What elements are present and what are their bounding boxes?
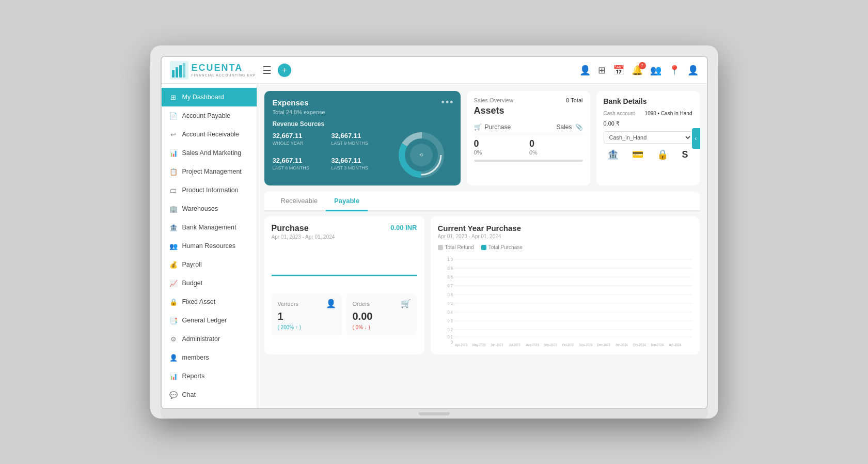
- user-avatar[interactable]: 👤: [687, 65, 699, 76]
- expense-stat-3: 32,667.11 LAST 3 MONTHS: [332, 157, 387, 178]
- cy-date: Apr 01, 2023 - Apr 01, 2024: [438, 234, 692, 239]
- dashboard-icon: ⊞: [169, 92, 178, 102]
- sidebar-label-human-resources: Human Resources: [182, 242, 236, 250]
- bank-icon-building[interactable]: 🏦: [607, 149, 619, 160]
- svg-text:Sep-2023: Sep-2023: [544, 343, 557, 347]
- sidebar-item-sales-marketing[interactable]: 📊 Sales And Marketing: [162, 144, 257, 162]
- bank-icon-s[interactable]: S: [682, 149, 688, 160]
- bank-details-card: Bank Details Cash account 1090 • Cash in…: [596, 91, 700, 185]
- assets-card: Sales Overview 0 Total Assets 🛒 Purchase…: [467, 91, 590, 185]
- sidebar-item-administrator[interactable]: ⚙ Administrator: [162, 330, 257, 348]
- vendors-icon: 👤: [326, 299, 336, 308]
- sidebar-label-account-payable: Account Payable: [182, 112, 231, 119]
- grid-icon[interactable]: ⊞: [598, 65, 606, 76]
- svg-text:0.2: 0.2: [447, 327, 453, 332]
- expenses-title: Expenses: [273, 98, 452, 107]
- sidebar-item-payroll[interactable]: 💰 Payroll: [162, 255, 257, 274]
- employee-icon[interactable]: 👤: [579, 65, 591, 76]
- card-menu-icon[interactable]: •••: [441, 97, 454, 108]
- people-icon[interactable]: 👥: [650, 65, 661, 76]
- sales-value: 0: [529, 138, 583, 149]
- svg-text:Mar-2024: Mar-2024: [651, 343, 664, 347]
- svg-text:0.6: 0.6: [447, 292, 453, 297]
- logo: ECUENTA FINANCIAL ACCOUNTING ERP: [170, 61, 256, 80]
- purchase-date: Apr 01, 2023 - Apr 01, 2024: [272, 234, 417, 240]
- expand-button[interactable]: ‹: [692, 128, 700, 149]
- assets-numbers: 0 0% 0 0%: [474, 138, 583, 156]
- sidebar-item-general-ledger[interactable]: 📑 General Ledger: [162, 311, 257, 330]
- expenses-card: ••• Expenses Total 24.8% expense Revenue…: [264, 91, 461, 185]
- cash-account-label: Cash account: [604, 111, 635, 116]
- budget-icon: 📈: [169, 279, 178, 288]
- hr-icon: 👥: [169, 241, 178, 251]
- current-year-purchase: Current Year Purchase Apr 01, 2023 - Apr…: [431, 216, 700, 354]
- laptop-frame: ECUENTA FINANCIAL ACCOUNTING ERP ☰ + 👤 ⊞…: [150, 45, 718, 419]
- sidebar-item-account-payable[interactable]: 📄 Account Payable: [162, 106, 257, 125]
- svg-rect-1: [172, 70, 175, 78]
- legend-dot-purchase: [481, 245, 486, 250]
- laptop-notch: [419, 412, 450, 415]
- vendors-header: Vendors 👤: [278, 299, 336, 308]
- sidebar-label-product-information: Product Information: [182, 187, 239, 194]
- legend-purchase-label: Total Purchase: [488, 244, 523, 250]
- svg-text:Feb-2024: Feb-2024: [633, 343, 646, 347]
- sales-overview-label: Sales Overview: [474, 97, 513, 103]
- sales-icon: 📊: [169, 148, 178, 158]
- sidebar-item-reports[interactable]: 📊 Reports: [162, 367, 257, 385]
- vendors-label: Vendors: [278, 301, 298, 307]
- bell-icon[interactable]: 🔔 7: [632, 65, 643, 76]
- main-layout: ⊞ My Dashboard 📄 Account Payable ↩ Accou…: [162, 84, 707, 408]
- hamburger-icon[interactable]: ☰: [262, 64, 272, 76]
- sidebar-item-project-management[interactable]: 📋 Project Management: [162, 162, 257, 181]
- bank-account-select[interactable]: Cash_in_Hand: [604, 131, 692, 144]
- tabs-row: Receiveable Payable: [264, 192, 700, 211]
- sidebar-label-reports: Reports: [182, 373, 205, 380]
- purchase-section: Purchase 0.00 INR Apr 01, 2023 - Apr 01,…: [264, 216, 424, 354]
- sidebar-item-dashboard[interactable]: ⊞ My Dashboard: [162, 88, 257, 106]
- sidebar-label-payroll: Payroll: [182, 261, 202, 268]
- sidebar-item-product-information[interactable]: 🗃 Product Information: [162, 181, 257, 199]
- svg-text:0.4: 0.4: [447, 310, 453, 315]
- svg-text:Jan-2024: Jan-2024: [615, 343, 627, 347]
- tab-payable[interactable]: Payable: [326, 192, 368, 211]
- svg-text:Dec-2023: Dec-2023: [597, 343, 610, 347]
- sidebar-item-account-receivable[interactable]: ↩ Account Receivable: [162, 125, 257, 144]
- expense-val-2: 32,667.11: [273, 157, 328, 164]
- sidebar-item-human-resources[interactable]: 👥 Human Resources: [162, 237, 257, 255]
- sidebar-item-members[interactable]: 👤 members: [162, 348, 257, 367]
- legend-refund-label: Total Refund: [445, 244, 474, 250]
- svg-text:Aug-2023: Aug-2023: [526, 343, 539, 347]
- sidebar-label-budget: Budget: [182, 280, 203, 287]
- assets-total: 0 Total: [566, 97, 582, 103]
- bank-icons-row: 🏦 💳 🔒 S: [604, 149, 692, 160]
- sidebar-item-warehouses[interactable]: 🏢 Warehouses: [162, 199, 257, 218]
- svg-text:0.1: 0.1: [447, 334, 453, 339]
- svg-text:0.7: 0.7: [447, 283, 453, 288]
- purchase-line-chart: [272, 247, 417, 288]
- sidebar-label-chat: Chat: [182, 391, 196, 398]
- bank-icon-lock[interactable]: 🔒: [657, 149, 668, 160]
- sidebar-item-fixed-asset[interactable]: 🔒 Fixed Asset: [162, 292, 257, 311]
- calendar-icon[interactable]: 📅: [613, 65, 624, 76]
- revenue-label: Revenue Sources: [273, 120, 452, 128]
- tab-receiveable[interactable]: Receiveable: [273, 192, 326, 211]
- sidebar-item-chat[interactable]: 💬 Chat: [162, 385, 257, 404]
- purchase-value: 0: [474, 138, 528, 149]
- bar-chart-area: 1.0 0.9 0.8 0.7 0.6 0.5 0.4 0.3 0.2 0.1: [438, 254, 692, 347]
- pie-chart: ⟲: [390, 132, 452, 178]
- svg-text:May-2023: May-2023: [472, 343, 485, 347]
- legend-purchase: Total Purchase: [481, 244, 523, 250]
- sidebar-item-bank-management[interactable]: 🏦 Bank Management: [162, 218, 257, 237]
- topbar: ECUENTA FINANCIAL ACCOUNTING ERP ☰ + 👤 ⊞…: [162, 57, 707, 84]
- assets-purchase-row: 🛒 Purchase Sales 📎: [474, 120, 583, 134]
- svg-text:0.9: 0.9: [447, 266, 453, 271]
- account-payable-icon: 📄: [169, 111, 178, 120]
- sidebar-item-budget[interactable]: 📈 Budget: [162, 274, 257, 292]
- top-row: ••• Expenses Total 24.8% expense Revenue…: [264, 91, 700, 185]
- bank-icon-card[interactable]: 💳: [632, 149, 643, 160]
- location-icon[interactable]: 📍: [669, 65, 680, 76]
- add-button[interactable]: +: [278, 64, 291, 77]
- logo-text: ECUENTA FINANCIAL ACCOUNTING ERP: [192, 63, 256, 77]
- topbar-icons: 👤 ⊞ 📅 🔔 7 👥 📍 👤: [579, 65, 699, 76]
- payroll-icon: 💰: [169, 260, 178, 269]
